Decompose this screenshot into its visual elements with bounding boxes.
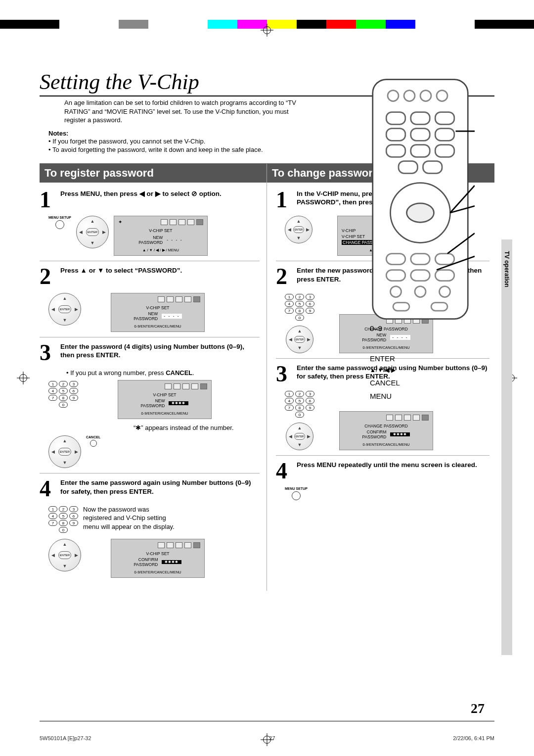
svg-rect-13 xyxy=(435,145,454,157)
step-substep: • If you put a wrong number, press CANCE… xyxy=(66,369,260,378)
svg-rect-5 xyxy=(386,112,405,125)
navpad-icon: ▲▼◀▶ ENTER xyxy=(48,293,81,326)
asterisk-note: “✱” appears instead of the number. xyxy=(134,424,260,431)
intro-text: An age limitation can be set to forbid c… xyxy=(64,98,312,125)
remote-key-label: ▲/▼/◀/▶ xyxy=(370,365,400,376)
navpad-icon: ▲▼◀▶ ENTER xyxy=(286,423,313,450)
step-text: Press MENU, then press ◀ or ▶ to select … xyxy=(60,189,222,210)
navpad-icon: ▲▼◀▶ ENTER xyxy=(48,539,81,571)
section-tab-label: TV operation xyxy=(503,251,510,287)
step-number: 3 xyxy=(276,364,293,384)
svg-rect-7 xyxy=(435,112,454,125)
step-number: 2 xyxy=(276,266,293,286)
footer-right: 2/22/06, 6:41 PM xyxy=(453,735,494,741)
menu-setup-button-icon: MENU SETUP xyxy=(285,487,308,500)
step-number: 1 xyxy=(40,189,56,210)
section-tab-tail xyxy=(501,299,512,655)
section-tab: TV operation xyxy=(501,239,512,299)
navpad-icon: ▲▼◀▶ ENTER xyxy=(76,216,109,248)
svg-rect-6 xyxy=(411,112,430,125)
svg-rect-15 xyxy=(423,161,443,174)
registration-mark-icon xyxy=(17,372,30,384)
print-footer: 5W50101A [E]p27-32 27 2/22/06, 6:41 PM xyxy=(40,735,494,741)
note-item: To avoid forgetting the password, write … xyxy=(48,145,286,154)
step-substep: Now the password was registered and V-Ch… xyxy=(83,505,177,531)
notes-list: If you forget the password, you cannot s… xyxy=(48,137,286,154)
svg-rect-9 xyxy=(411,129,430,141)
step-text: Enter the password (4 digits) using Numb… xyxy=(60,342,260,363)
step-number: 4 xyxy=(40,478,56,499)
osd-panel: V-CHIP SET CONFIRMPASSWORD✱✱✱✱ 0-9/ENTER… xyxy=(111,539,205,578)
registration-mark-icon xyxy=(261,24,273,37)
footer-left: 5W50101A [E]p27-32 xyxy=(40,735,91,741)
osd-panel: V-CHIP SET NEWPASSWORD- - - - 0-9/ENTER/… xyxy=(111,293,205,332)
number-keypad-icon: 123 456 789 0 xyxy=(285,390,314,419)
footer-mid: 27 xyxy=(269,735,275,741)
remote-key-label: 0–9 xyxy=(370,322,400,335)
svg-rect-8 xyxy=(386,129,405,141)
number-keypad-icon: 123 456 789 0 xyxy=(285,293,314,322)
step-number: 4 xyxy=(276,461,293,481)
osd-panel: V-CHIP SET NEWPASSWORD✱✱✱✱ 0-9/ENTER/CAN… xyxy=(118,380,212,419)
page-number: 27 xyxy=(471,701,485,716)
number-keypad-icon: 123 456 789 0 xyxy=(48,505,78,534)
section-heading: To register password xyxy=(40,164,267,183)
remote-key-label: CANCEL xyxy=(370,376,400,389)
register-password-section: To register password 1 Press MENU, then … xyxy=(40,164,267,591)
step-number: 1 xyxy=(276,189,293,210)
svg-rect-11 xyxy=(386,145,405,157)
navpad-icon: ▲▼◀▶ ENTER xyxy=(285,216,312,243)
svg-rect-14 xyxy=(399,161,418,174)
osd-panel: CHANGE PASSWORD CONFIRMPASSWORD✱✱✱✱ 0-9/… xyxy=(339,411,433,450)
svg-rect-10 xyxy=(435,129,454,141)
menu-setup-button-icon: MENU SETUP xyxy=(48,216,71,229)
step-number: 3 xyxy=(40,342,56,363)
step-text: Press MENU repeatedly until the menu scr… xyxy=(297,461,477,481)
svg-point-17 xyxy=(407,203,434,223)
note-item: If you forget the password, you cannot s… xyxy=(48,137,286,146)
remote-illustration-icon xyxy=(366,77,475,322)
svg-rect-12 xyxy=(411,145,430,157)
remote-key-label: MENU xyxy=(370,389,400,403)
number-keypad-icon: 123 456 789 0 xyxy=(48,380,78,409)
navpad-icon: ▲▼◀▶ ENTER xyxy=(286,326,313,353)
remote-key-legend: 0–9 ENTER ▲/▼/◀/▶ CANCEL MENU xyxy=(366,77,475,403)
step-number: 2 xyxy=(40,266,56,286)
step-text: Enter the same password again using Numb… xyxy=(60,478,260,499)
footer-rule xyxy=(40,721,494,721)
cancel-button-icon: CANCEL xyxy=(86,435,100,447)
step-text: Press ▲ or ▼ to select “PASSWORD”. xyxy=(60,266,182,286)
navpad-icon: ▲▼◀▶ ENTER xyxy=(48,435,81,468)
remote-key-label: ENTER xyxy=(370,352,400,365)
osd-panel: ✦ V-CHIP SET NEWPASSWORD- - - - ▲ / ▼ / … xyxy=(114,216,208,256)
